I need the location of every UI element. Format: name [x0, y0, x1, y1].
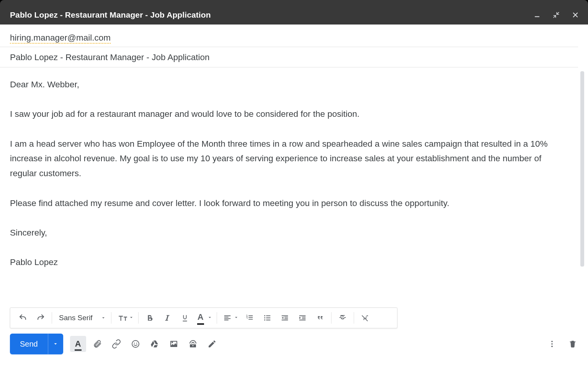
redo-button[interactable] [32, 310, 49, 326]
svg-point-8 [551, 346, 553, 347]
chevron-down-icon [207, 314, 212, 321]
text-color-select[interactable]: A [194, 310, 214, 326]
insert-signature-button[interactable] [204, 336, 220, 352]
undo-button[interactable] [14, 310, 32, 326]
svg-point-4 [134, 343, 135, 344]
message-body[interactable]: Dear Mx. Webber, I saw your job ad for a… [0, 70, 580, 292]
underline-button[interactable] [176, 310, 194, 326]
bulleted-list-button[interactable] [258, 310, 276, 326]
insert-drive-button[interactable] [147, 336, 163, 352]
remove-formatting-button[interactable] [356, 310, 374, 326]
align-select[interactable] [219, 310, 241, 326]
exit-fullscreen-icon[interactable] [552, 11, 560, 19]
svg-point-5 [136, 343, 137, 344]
svg-point-7 [551, 343, 553, 345]
recipient-chip[interactable]: hiring.manager@mail.com [10, 33, 111, 44]
font-family-label: Sans Serif [59, 314, 93, 322]
subject-field[interactable]: Pablo Lopez - Restaurant Manager - Job A… [0, 47, 578, 67]
recipients-field[interactable]: hiring.manager@mail.com [0, 25, 578, 47]
insert-emoji-button[interactable] [127, 336, 144, 352]
svg-point-6 [551, 341, 553, 342]
chevron-down-icon [234, 314, 238, 321]
font-family-select[interactable]: Sans Serif [54, 310, 109, 326]
bold-button[interactable] [141, 310, 158, 326]
discard-draft-button[interactable] [565, 336, 580, 352]
indent-decrease-button[interactable] [276, 310, 294, 326]
compose-action-bar: Send A [10, 334, 580, 354]
body-scrollbar[interactable] [580, 71, 584, 267]
svg-point-1 [264, 318, 265, 319]
italic-button[interactable] [158, 310, 176, 326]
formatting-toolbar: Sans Serif A [10, 308, 397, 328]
text-color-icon: A [198, 312, 204, 324]
attach-file-button[interactable] [89, 336, 105, 352]
numbered-list-button[interactable] [241, 310, 258, 326]
strikethrough-button[interactable] [334, 310, 351, 326]
window-titlebar[interactable]: Pablo Lopez - Restaurant Manager - Job A… [0, 5, 588, 25]
minimize-icon[interactable] [533, 11, 541, 19]
quote-button[interactable] [311, 310, 329, 326]
svg-point-3 [132, 340, 139, 347]
send-options-dropdown[interactable] [48, 334, 63, 354]
svg-point-0 [264, 315, 265, 316]
window-title: Pablo Lopez - Restaurant Manager - Job A… [10, 10, 211, 20]
more-options-button[interactable] [544, 336, 560, 352]
chevron-down-icon [129, 314, 134, 321]
close-icon[interactable] [571, 11, 580, 19]
insert-photo-button[interactable] [166, 336, 182, 352]
formatting-options-button[interactable]: A [70, 336, 86, 352]
svg-point-2 [264, 319, 265, 321]
send-button[interactable]: Send [10, 334, 63, 354]
confidential-mode-button[interactable] [185, 336, 201, 352]
send-button-main[interactable]: Send [10, 334, 48, 354]
font-size-select[interactable] [114, 310, 136, 326]
indent-increase-button[interactable] [294, 310, 311, 326]
insert-link-button[interactable] [108, 336, 124, 352]
chevron-down-icon [101, 314, 106, 322]
